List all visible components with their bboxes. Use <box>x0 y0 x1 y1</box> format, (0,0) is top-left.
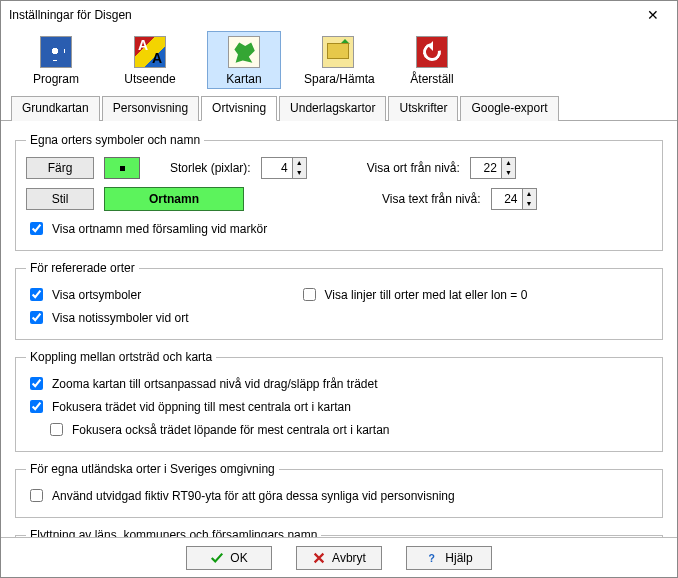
chk-forsamling[interactable]: Visa ortnamn med församling vid markör <box>26 219 652 238</box>
ok-button[interactable]: OK <box>186 546 272 570</box>
tab-personvisning[interactable]: Personvisning <box>102 96 199 121</box>
chevron-down-icon[interactable]: ▼ <box>293 168 306 178</box>
chevron-down-icon[interactable]: ▼ <box>502 168 515 178</box>
toolbar-kartan-label: Kartan <box>210 72 278 86</box>
chk-fokusera-label: Fokusera trädet vid öppning till mest ce… <box>52 400 351 414</box>
chk-linjer-box[interactable] <box>303 288 316 301</box>
storlek-label: Storlek (pixlar): <box>170 161 251 175</box>
storlek-input[interactable] <box>262 158 292 178</box>
chk-zooma-box[interactable] <box>30 377 43 390</box>
dialog-footer: OK Avbryt ? Hjälp <box>1 537 677 577</box>
chk-rt90[interactable]: Använd utvidgad fiktiv RT90-yta för att … <box>26 486 652 505</box>
group-egna-orter-legend: Egna orters symboler och namn <box>26 133 204 147</box>
visa-text-spinner[interactable]: ▲▼ <box>491 188 537 210</box>
group-utlandska-legend: För egna utländska orter i Sveriges omgi… <box>26 462 279 476</box>
chk-ortsymboler-label: Visa ortsymboler <box>52 288 141 302</box>
help-label: Hjälp <box>445 551 472 565</box>
toolbar-spara-label: Spara/Hämta <box>304 72 372 86</box>
chk-ortsymboler-box[interactable] <box>30 288 43 301</box>
group-refererade-legend: För refererade orter <box>26 261 139 275</box>
chk-notis-box[interactable] <box>30 311 43 324</box>
tab-pane-ortvisning: Egna orters symboler och namn Färg Storl… <box>1 121 677 578</box>
chevron-up-icon[interactable]: ▲ <box>502 158 515 168</box>
help-button[interactable]: ? Hjälp <box>406 546 492 570</box>
tab-google[interactable]: Google-export <box>460 96 558 121</box>
tab-grundkartan[interactable]: Grundkartan <box>11 96 100 121</box>
cancel-label: Avbryt <box>332 551 366 565</box>
chk-linjer[interactable]: Visa linjer till orter med lat eller lon… <box>299 285 528 304</box>
check-icon <box>210 551 224 565</box>
toolbar-aterstall-label: Återställ <box>398 72 466 86</box>
ok-label: OK <box>230 551 247 565</box>
folder-icon <box>322 36 354 68</box>
chk-fokusera2-box[interactable] <box>50 423 63 436</box>
chk-rt90-label: Använd utvidgad fiktiv RT90-yta för att … <box>52 489 455 503</box>
chevron-up-icon[interactable]: ▲ <box>293 158 306 168</box>
tab-underlagskartor[interactable]: Underlagskartor <box>279 96 386 121</box>
window-title: Inställningar för Disgen <box>9 8 132 22</box>
group-refererade: För refererade orter Visa ortsymboler Vi… <box>15 261 663 340</box>
visa-ort-label: Visa ort från nivå: <box>367 161 460 175</box>
chevron-down-icon[interactable]: ▼ <box>523 199 536 209</box>
farg-button[interactable]: Färg <box>26 157 94 179</box>
toolbar-utseende[interactable]: Utseende <box>113 31 187 89</box>
help-icon: ? <box>425 551 439 565</box>
group-egna-orter: Egna orters symboler och namn Färg Storl… <box>15 133 663 251</box>
dot-icon <box>120 166 125 171</box>
chk-fokusera[interactable]: Fokusera trädet vid öppning till mest ce… <box>26 397 652 416</box>
chk-zooma[interactable]: Zooma kartan till ortsanpassad nivå vid … <box>26 374 652 393</box>
chk-fokusera-box[interactable] <box>30 400 43 413</box>
chk-notis-label: Visa notissymboler vid ort <box>52 311 189 325</box>
toolbar-aterstall[interactable]: Återställ <box>395 31 469 89</box>
toolbar-kartan[interactable]: Kartan <box>207 31 281 89</box>
toolbar-program[interactable]: Program <box>19 31 93 89</box>
chk-forsamling-box[interactable] <box>30 222 43 235</box>
chk-forsamling-label: Visa ortnamn med församling vid markör <box>52 222 267 236</box>
visa-text-label: Visa text från nivå: <box>382 192 481 206</box>
visa-text-input[interactable] <box>492 189 522 209</box>
chevron-up-icon[interactable]: ▲ <box>523 189 536 199</box>
storlek-spinner[interactable]: ▲▼ <box>261 157 307 179</box>
chk-notis[interactable]: Visa notissymboler vid ort <box>26 308 189 327</box>
chk-ortsymboler[interactable]: Visa ortsymboler <box>26 285 189 304</box>
chk-fokusera2-label: Fokusera också trädet löpande för mest c… <box>72 423 390 437</box>
visa-ort-spinner[interactable]: ▲▼ <box>470 157 516 179</box>
cancel-button[interactable]: Avbryt <box>296 546 382 570</box>
toolbar-spara[interactable]: Spara/Hämta <box>301 31 375 89</box>
toolbar: Program Utseende Kartan Spara/Hämta Åter… <box>1 29 677 95</box>
visa-ort-input[interactable] <box>471 158 501 178</box>
ortnamn-button[interactable]: Ortnamn <box>104 187 244 211</box>
color-swatch[interactable] <box>104 157 140 179</box>
font-icon <box>134 36 166 68</box>
svg-text:?: ? <box>429 552 435 564</box>
tab-ortvisning[interactable]: Ortvisning <box>201 96 277 121</box>
group-utlandska: För egna utländska orter i Sveriges omgi… <box>15 462 663 518</box>
chk-linjer-label: Visa linjer till orter med lat eller lon… <box>325 288 528 302</box>
tab-utskrifter[interactable]: Utskrifter <box>388 96 458 121</box>
stil-button[interactable]: Stil <box>26 188 94 210</box>
gear-icon <box>40 36 72 68</box>
group-koppling: Koppling mellan ortsträd och karta Zooma… <box>15 350 663 452</box>
map-icon <box>228 36 260 68</box>
group-koppling-legend: Koppling mellan ortsträd och karta <box>26 350 216 364</box>
x-icon <box>312 551 326 565</box>
tabstrip: Grundkartan Personvisning Ortvisning Und… <box>1 95 677 121</box>
chk-rt90-box[interactable] <box>30 489 43 502</box>
close-icon[interactable]: ✕ <box>637 7 669 23</box>
chk-fokusera2[interactable]: Fokusera också trädet löpande för mest c… <box>46 420 652 439</box>
titlebar: Inställningar för Disgen ✕ <box>1 1 677 29</box>
toolbar-utseende-label: Utseende <box>116 72 184 86</box>
toolbar-program-label: Program <box>22 72 90 86</box>
reset-icon <box>416 36 448 68</box>
chk-zooma-label: Zooma kartan till ortsanpassad nivå vid … <box>52 377 378 391</box>
